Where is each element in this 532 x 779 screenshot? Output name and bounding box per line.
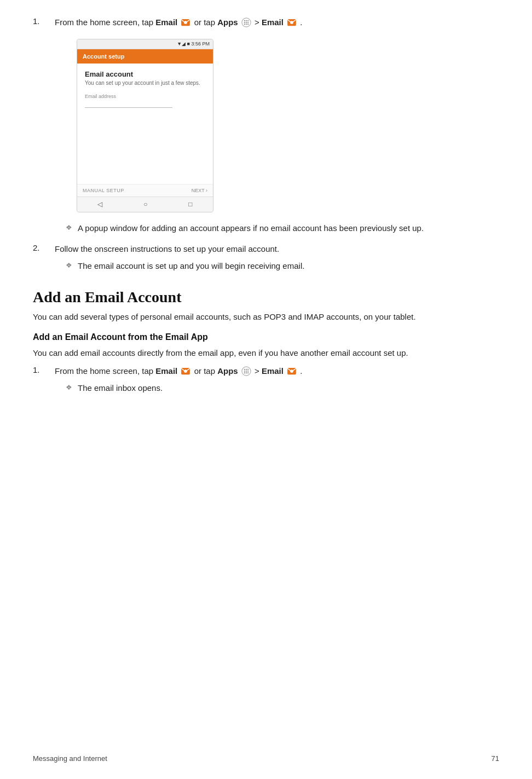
phone-body-title: Email account <box>85 70 205 78</box>
step-1-email-label: Email <box>155 18 177 27</box>
step-1b-email-label2: Email <box>262 366 284 376</box>
svg-point-9 <box>244 24 245 25</box>
email-icon-3 <box>181 367 190 375</box>
svg-point-11 <box>247 24 248 25</box>
svg-point-25 <box>247 372 248 373</box>
phone-mockup: ▼◢ ■ 3:56 PM Account setup Email account… <box>77 39 499 212</box>
phone-footer-left: MANUAL SETUP <box>83 188 124 193</box>
svg-point-10 <box>246 24 247 25</box>
phone-nav-bar: ◁ ○ □ <box>77 197 213 212</box>
step-1-text-after: . <box>300 18 302 27</box>
step-1b-item: 1. From the home screen, tap Email or ta… <box>33 365 499 399</box>
phone-header-text: Account setup <box>83 53 124 60</box>
email-icon-4 <box>287 367 297 375</box>
svg-point-24 <box>246 372 247 373</box>
svg-point-8 <box>247 22 248 23</box>
step-1-text-between: or tap <box>194 18 218 27</box>
section-add-email-para: You can add several types of personal em… <box>33 310 499 324</box>
step-1b-text-before: From the home screen, tap <box>55 366 155 376</box>
step-1b-arrow: > <box>255 366 262 376</box>
phone-footer: MANUAL SETUP NEXT › <box>77 184 213 197</box>
section-add-email-heading: Add an Email Account <box>33 288 499 306</box>
phone-home-icon: ○ <box>143 200 147 208</box>
step-1-arrow: > <box>255 18 262 27</box>
svg-point-23 <box>244 372 245 373</box>
bullet-text-2: The email account is set up and you will… <box>78 260 304 273</box>
svg-point-5 <box>247 20 248 21</box>
svg-point-17 <box>244 369 245 370</box>
svg-point-18 <box>246 369 247 370</box>
svg-point-1 <box>184 21 188 25</box>
step-1b-number: 1. <box>33 365 55 399</box>
svg-point-13 <box>290 21 294 25</box>
bullet-diamond-3: ❖ <box>66 383 72 391</box>
step-1b-text-after: . <box>300 366 302 376</box>
svg-point-3 <box>244 20 245 21</box>
bullet-item-1: ❖ A popup window for adding an account a… <box>55 222 499 235</box>
phone-recent-icon: □ <box>188 200 192 208</box>
svg-point-7 <box>246 22 247 23</box>
phone-field-label: Email address <box>85 94 205 99</box>
email-icon-1 <box>181 19 190 26</box>
step-2-text: Follow the onscreen instructions to set … <box>55 243 499 256</box>
step-1-email-label2: Email <box>262 18 284 27</box>
footer-label: Messaging and Internet <box>33 754 107 763</box>
apps-icon-1 <box>241 18 251 27</box>
bullet-list-3: ❖ The email inbox opens. <box>55 382 499 395</box>
email-icon-2 <box>287 19 297 26</box>
apps-icon-2 <box>241 366 251 376</box>
svg-point-15 <box>184 370 188 373</box>
section-add-from-app-heading: Add an Email Account from the Email App <box>33 332 499 342</box>
bullet-item-2: ❖ The email account is set up and you wi… <box>55 260 499 273</box>
step-1b-content: From the home screen, tap Email or tap A… <box>55 365 499 399</box>
phone-footer-right: NEXT › <box>192 188 207 193</box>
svg-point-19 <box>247 369 248 370</box>
step-2-item: 2. Follow the onscreen instructions to s… <box>33 243 499 276</box>
step-1-apps-label: Apps <box>217 18 238 27</box>
step-list-2: 1. From the home screen, tap Email or ta… <box>33 365 499 399</box>
phone-status-bar: ▼◢ ■ 3:56 PM <box>77 39 213 49</box>
step-1-text-before: From the home screen, tap <box>55 18 155 27</box>
svg-point-22 <box>247 371 248 372</box>
phone-body: Email account You can set up your accoun… <box>77 64 213 184</box>
bullet-list-2: ❖ The email account is set up and you wi… <box>55 260 499 273</box>
phone-body-subtitle: You can set up your account in just a fe… <box>85 80 205 86</box>
bullet-text-3: The email inbox opens. <box>78 382 163 395</box>
step-2-content: Follow the onscreen instructions to set … <box>55 243 499 276</box>
bullet-text-1: A popup window for adding an account app… <box>78 222 424 235</box>
step-1b-email-label: Email <box>155 366 177 376</box>
svg-point-4 <box>246 20 247 21</box>
step-1-item: 1. From the home screen, tap Email or ta… <box>33 16 499 239</box>
step-1-text: From the home screen, tap Email or tap A… <box>55 16 499 29</box>
bullet-item-3: ❖ The email inbox opens. <box>55 382 499 395</box>
bullet-diamond-1: ❖ <box>66 223 72 232</box>
svg-point-27 <box>290 370 294 373</box>
step-1-content: From the home screen, tap Email or tap A… <box>55 16 499 239</box>
page-footer: Messaging and Internet 71 <box>33 754 499 763</box>
footer-page-number: 71 <box>491 754 499 763</box>
step-1-number: 1. <box>33 16 55 239</box>
phone-status-text: ▼◢ ■ 3:56 PM <box>177 41 210 47</box>
step-1b-text-between: or tap <box>194 366 218 376</box>
step-2-number: 2. <box>33 243 55 276</box>
phone-header: Account setup <box>77 49 213 64</box>
step-1b-apps-label: Apps <box>217 366 238 376</box>
phone-field-line <box>85 100 172 108</box>
svg-point-21 <box>246 371 247 372</box>
svg-point-20 <box>244 371 245 372</box>
phone-screen: ▼◢ ■ 3:56 PM Account setup Email account… <box>77 39 213 212</box>
bullet-list-1: ❖ A popup window for adding an account a… <box>55 222 499 235</box>
phone-back-icon: ◁ <box>97 200 102 208</box>
section-add-from-app-para: You can add email accounts directly from… <box>33 347 499 360</box>
bullet-diamond-2: ❖ <box>66 261 72 269</box>
step-1b-text: From the home screen, tap Email or tap A… <box>55 365 499 378</box>
svg-point-6 <box>244 22 245 23</box>
